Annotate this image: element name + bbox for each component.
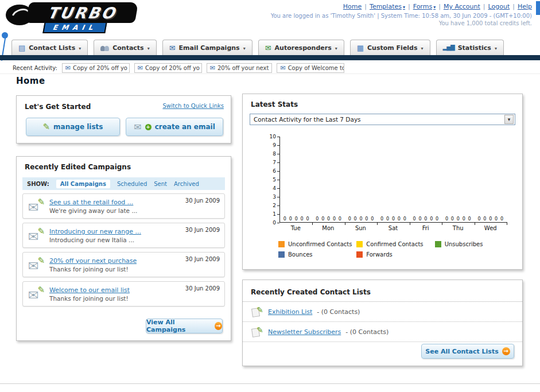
recent-activity-item[interactable]: ✉Copy of Welcome to <box>277 63 344 73</box>
tab-archived[interactable]: Archived <box>174 181 199 187</box>
tab-contacts[interactable]: Contacts <box>94 40 156 55</box>
recent-activity-item[interactable]: ✉Copy of 20% off yo <box>62 63 130 73</box>
chevron-down-icon <box>335 44 337 52</box>
bar-value-label: 0 <box>321 216 324 222</box>
tab-contact-lists[interactable]: ▤ Contact Lists <box>11 40 88 55</box>
tab-statistics[interactable]: ▂▅▇ Statistics <box>436 40 504 55</box>
top-link-templates[interactable]: Templates <box>370 3 405 10</box>
stats-period-select[interactable]: Contact Activity for the Last 7 Days <box>250 114 515 125</box>
tab-sent[interactable]: Sent <box>154 181 167 187</box>
tab-scheduled[interactable]: Scheduled <box>117 181 147 187</box>
campaign-row[interactable]: 20% off your next purchaseThanks for joi… <box>22 252 225 277</box>
x-axis-label: Sun <box>344 225 377 234</box>
top-link-help[interactable]: Help <box>518 3 532 10</box>
tab-custom-fields[interactable]: ▦ Custom Fields <box>350 40 430 55</box>
plus-icon: + <box>145 124 151 130</box>
legend-item: Unconfirmed Contacts <box>278 241 356 247</box>
bar-value-label: 0 <box>483 216 486 222</box>
chart-x-labels: TueMonSunSatFriThuWed <box>279 225 507 234</box>
campaign-title-link[interactable]: 20% off your next purchase <box>49 257 137 265</box>
divider <box>480 3 488 10</box>
envelope-edit-icon <box>28 257 45 273</box>
envelope-edit-icon <box>28 286 45 302</box>
bar-value-label: 0 <box>295 216 298 222</box>
manage-lists-button[interactable]: ✎ manage lists <box>26 118 120 136</box>
envelope-icon: ✉ <box>280 64 285 72</box>
contact-list-count: - (0 Contacts) <box>317 308 360 316</box>
campaign-title-link[interactable]: See us at the retail food ... <box>49 199 137 206</box>
bar-value-label: 0 <box>333 216 336 222</box>
x-axis-label: Thu <box>442 225 475 234</box>
bar-value-label: 0 <box>413 216 416 222</box>
top-nav: HomeTemplatesFormsMy AccountLogoutHelp <box>343 3 532 10</box>
contact-list-item[interactable]: Exhibition List - (0 Contacts) <box>243 302 522 322</box>
legend-item: Unsubscribes <box>435 241 513 247</box>
switch-quick-links-link[interactable]: Switch to Quick Links <box>162 103 224 109</box>
chart-plot: 00000000000000000000000000000000000 <box>279 137 507 223</box>
bar-value-label: 0 <box>316 216 318 222</box>
see-all-contact-lists-label: See All Contact Lists <box>425 348 498 355</box>
tab-label: Email Campaigns <box>179 44 240 52</box>
campaign-row[interactable]: Welcome to our email listThanks for join… <box>22 281 225 306</box>
y-tick: 2 <box>273 203 279 208</box>
campaign-row[interactable]: See us at the retail food ...We're givin… <box>22 193 225 219</box>
recent-activity-item[interactable]: ✉20% off your next <box>207 63 273 73</box>
logo-wordmark: TURBO <box>26 2 138 23</box>
top-link-my-account[interactable]: My Account <box>444 3 480 10</box>
tab-label: Contacts <box>112 44 143 52</box>
credits-text: You have 1,000 total credits left. <box>439 20 532 26</box>
campaign-subtitle: Thanks for joining our list! <box>49 295 130 302</box>
campaign-title-link[interactable]: Introducing our new range ... <box>49 228 141 235</box>
envelope-edit-icon <box>28 198 45 214</box>
campaign-subtitle: We're giving away our late ... <box>49 207 137 214</box>
top-link-logout[interactable]: Logout <box>488 3 510 10</box>
view-all-campaigns-button[interactable]: View All Campaigns → <box>146 319 223 333</box>
chart-plot-groups: 00000000000000000000000000000000000 <box>280 137 507 222</box>
legend-swatch <box>278 241 285 247</box>
top-link-forms[interactable]: Forms <box>413 3 436 10</box>
y-tick: 5 <box>273 177 279 183</box>
tab-autoresponders[interactable]: ✉ Autoresponders <box>258 40 344 55</box>
legend-swatch <box>278 251 285 258</box>
chart-category-group: 00000 <box>410 137 442 222</box>
campaign-subtitle: Introducing our new Italia ... <box>49 236 141 243</box>
edge-accent <box>536 1 540 15</box>
activity-item-label: Copy of Welcome to <box>288 65 345 71</box>
tab-email-campaigns[interactable]: ✉ Email Campaigns <box>162 40 252 55</box>
envelope-icon: ✉ <box>210 64 215 72</box>
get-started-title: Let's Get Started <box>25 103 91 111</box>
campaign-list: See us at the retail food ...We're givin… <box>22 193 225 311</box>
chart-category-group: 00000 <box>442 137 474 222</box>
bar-value-label: 0 <box>477 216 480 222</box>
bar-value-label: 0 <box>327 216 330 222</box>
bar-value-label: 0 <box>489 216 492 222</box>
tab-all-campaigns[interactable]: All Campaigns <box>56 180 110 188</box>
campaign-date: 30 Jun 2009 <box>185 223 220 233</box>
contact-list-item[interactable]: Newsletter Subscribers - (0 Contacts) <box>243 322 522 342</box>
legend-label: Unsubscribes <box>445 241 483 247</box>
grid-icon: ▦ <box>357 44 364 52</box>
campaign-row[interactable]: Introducing our new range ...Introducing… <box>22 223 225 248</box>
contact-list-link[interactable]: Newsletter Subscribers <box>268 328 341 336</box>
get-started-panel: Let's Get Started Switch to Quick Links … <box>16 95 231 143</box>
bar-value-label: 0 <box>430 216 433 222</box>
see-all-contact-lists-button[interactable]: See All Contact Lists → <box>421 344 514 359</box>
pencil-paper-icon <box>251 326 263 337</box>
x-axis-label: Sat <box>377 225 410 234</box>
y-tick: 7 <box>273 160 279 165</box>
logo-text-turbo: TURBO <box>46 4 118 22</box>
bar-value-label: 0 <box>418 216 421 222</box>
recent-campaigns-panel: Recently Edited Campaigns SHOW: All Camp… <box>16 156 231 341</box>
top-link-home[interactable]: Home <box>343 3 362 10</box>
legend-swatch <box>356 251 363 258</box>
turbo-email-logo[interactable]: TURBO EMAIL <box>3 1 147 33</box>
contacts-icon <box>100 44 109 51</box>
campaign-title-link[interactable]: Welcome to our email list <box>49 286 130 294</box>
bar-value-label: 0 <box>306 216 309 222</box>
latest-stats-panel: Latest Stats Contact Activity for the La… <box>242 94 523 270</box>
create-email-button[interactable]: ✉ + create an email <box>126 118 223 136</box>
chevron-down-icon <box>421 44 424 52</box>
recent-activity-item[interactable]: ✉Copy of 20% off yo <box>134 63 202 73</box>
contact-list-link[interactable]: Exhibition List <box>268 308 312 316</box>
y-tick: 0 <box>273 220 279 226</box>
